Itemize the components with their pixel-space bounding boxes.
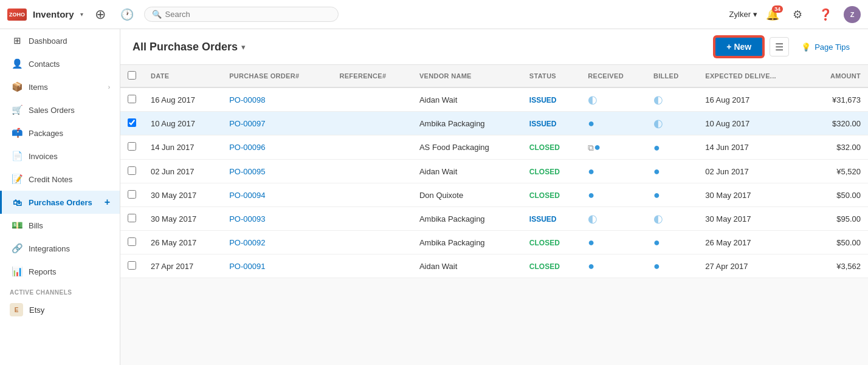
cell-expected: 02 Jun 2017 [698,160,809,183]
po-link[interactable]: PO-00096 [229,143,265,152]
sidebar-item-integrations[interactable]: 🔗 Integrations [0,237,120,260]
sidebar-label-integrations: Integrations [29,244,70,253]
billed-dot: ● [653,165,660,177]
menu-button[interactable]: ☰ [770,37,789,56]
cell-status: CLOSED [522,254,580,278]
received-dot-half: ◐ [588,213,598,225]
etsy-icon: E [10,303,23,316]
row-checkbox[interactable] [128,261,136,270]
cell-date: 30 May 2017 [143,183,222,207]
sidebar-label-invoices: Invoices [29,152,58,161]
cell-vendor: Ambika Packaging [412,231,522,254]
col-billed: BILLED [646,65,698,87]
cell-expected: 16 Aug 2017 [698,87,809,112]
received-dot: ● [588,236,594,248]
page-title-dropdown-icon[interactable]: ▾ [241,43,246,52]
row-checkbox[interactable] [128,166,136,175]
cell-received: ● [580,183,646,207]
integrations-icon: 🔗 [12,243,22,254]
cell-received: ● [580,112,646,135]
main-layout: ⊞ Dashboard 👤 Contacts 📦 Items › 🛒 Sales… [0,29,868,365]
notifications-button[interactable]: 🔔 34 [766,8,779,21]
po-link[interactable]: PO-00091 [229,262,265,271]
sidebar-item-packages[interactable]: 📫 Packages [0,121,120,145]
col-amount: AMOUNT [809,65,868,87]
select-all-checkbox[interactable] [128,71,136,80]
po-link[interactable]: PO-00095 [229,167,265,176]
billed-dot-half: ◐ [653,94,663,106]
cell-expected: 10 Aug 2017 [698,112,809,135]
channel-item-etsy[interactable]: E Etsy [0,298,120,321]
cell-po-number: PO-00097 [222,112,332,135]
cell-vendor: Aidan Wait [412,87,522,112]
sidebar-item-sales-orders[interactable]: 🛒 Sales Orders [0,98,120,121]
cell-received: ● [580,160,646,183]
sidebar-item-credit-notes[interactable]: 📝 Credit Notes [0,168,120,191]
cell-billed: ◐ [646,87,698,112]
row-checkbox[interactable] [128,214,136,222]
cell-reference [332,207,412,231]
help-button[interactable]: ❓ [816,5,835,24]
cell-po-number: PO-00092 [222,231,332,254]
cell-amount: $320.00 [809,112,868,135]
sales-orders-icon: 🛒 [12,104,22,115]
table-row: 02 Jun 2017 PO-00095 Aidan Wait CLOSED ●… [120,160,868,183]
header-checkbox-cell [120,65,143,87]
history-button[interactable]: 🕐 [117,5,137,24]
po-link[interactable]: PO-00098 [229,95,265,104]
sidebar-item-purchase-orders[interactable]: 🛍 Purchase Orders + [0,191,120,214]
user-name: Zylker [729,10,751,19]
row-checkbox[interactable] [128,237,136,246]
page-title-area: All Purchase Orders ▾ [133,41,246,53]
new-button[interactable]: + New [714,36,763,57]
po-link[interactable]: PO-00092 [229,238,265,247]
po-link[interactable]: PO-00097 [229,119,265,128]
cell-reference [332,87,412,112]
cell-vendor: Ambika Packaging [412,112,522,135]
cell-po-number: PO-00094 [222,183,332,207]
add-button[interactable]: ⊕ [91,5,110,24]
received-dot-half: ◐ [588,94,598,106]
cell-reference [332,231,412,254]
sidebar-item-invoices[interactable]: 📄 Invoices [0,145,120,168]
cell-po-number: PO-00091 [222,254,332,278]
po-link[interactable]: PO-00093 [229,214,265,223]
sidebar-item-bills[interactable]: 💵 Bills [0,214,120,237]
row-checkbox[interactable] [128,190,136,199]
search-input[interactable] [165,10,331,19]
sidebar-item-contacts[interactable]: 👤 Contacts [0,52,120,75]
zoho-logo[interactable]: ZOHO [7,9,27,21]
copy-icon[interactable]: ⧉ [588,143,594,152]
col-date: DATE [143,65,222,87]
purchase-orders-icon: 🛍 [12,197,22,208]
purchase-orders-add-icon[interactable]: + [105,197,110,208]
app-name-chevron-icon[interactable]: ▾ [80,11,83,18]
cell-billed: ◐ [646,207,698,231]
po-link[interactable]: PO-00094 [229,191,265,200]
avatar[interactable]: Z [844,6,861,23]
sidebar-item-dashboard[interactable]: ⊞ Dashboard [0,29,120,52]
row-checkbox[interactable] [128,95,136,103]
sidebar-item-reports[interactable]: 📊 Reports [0,260,120,283]
cell-vendor: Aidan Wait [412,254,522,278]
purchase-orders-table: DATE PURCHASE ORDER# REFERENCE# VENDOR N… [120,65,868,278]
settings-button[interactable]: ⚙ [788,5,807,24]
received-dot: ● [588,117,594,129]
credit-notes-icon: 📝 [12,174,22,185]
row-checkbox-cell [120,254,143,278]
user-menu[interactable]: Zylker ▾ [729,10,757,19]
cell-billed: ● [646,160,698,183]
sidebar-item-items[interactable]: 📦 Items › [0,75,120,98]
row-checkbox[interactable] [128,142,136,151]
top-nav-left: ZOHO Inventory ▾ [7,9,83,21]
page-tips-button[interactable]: 💡 Page Tips [795,39,856,55]
cell-received: ◐ [580,207,646,231]
cell-date: 26 May 2017 [143,231,222,254]
sidebar-label-dashboard: Dashboard [29,36,67,46]
row-checkbox-cell [120,87,143,112]
row-checkbox[interactable] [128,118,136,127]
cell-received: ● [580,254,646,278]
cell-date: 14 Jun 2017 [143,135,222,160]
table-row: 14 Jun 2017 PO-00096 AS Food Packaging C… [120,135,868,160]
table-row: 30 May 2017 PO-00094 Don Quixote CLOSED … [120,183,868,207]
